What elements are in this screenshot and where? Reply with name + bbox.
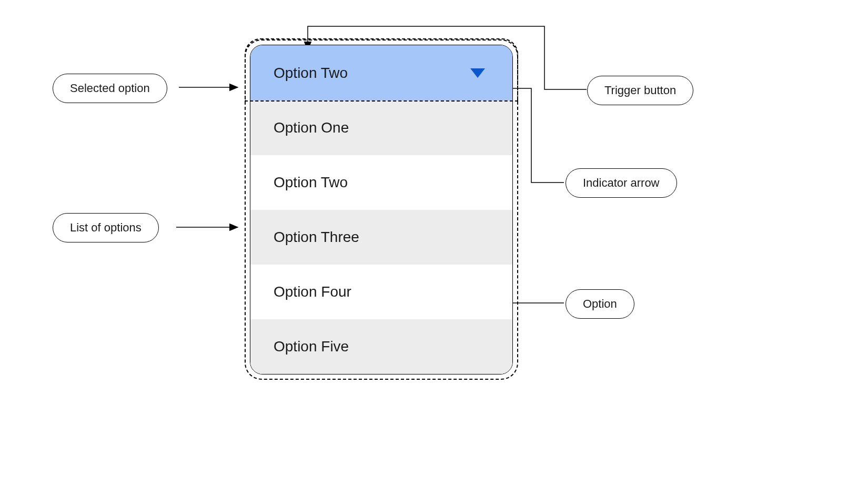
option-list: Option One Option Two Option Three Optio… [250, 100, 512, 374]
list-item[interactable]: Option One [250, 100, 512, 155]
annotation-option: Option [566, 289, 634, 319]
annotation-indicator-arrow: Indicator arrow [566, 168, 677, 198]
list-item[interactable]: Option Four [250, 265, 512, 319]
trigger-button[interactable]: Option Two [250, 45, 512, 100]
dropdown-box: Option Two Option One Option Two Option … [250, 45, 513, 374]
list-item[interactable]: Option Three [250, 210, 512, 265]
annotation-trigger-button: Trigger button [587, 76, 693, 105]
annotation-selected-option: Selected option [53, 74, 167, 103]
selected-option-text: Option Two [274, 65, 348, 82]
chevron-down-icon [470, 68, 485, 78]
annotation-list-of-options: List of options [53, 213, 159, 242]
list-item[interactable]: Option Five [250, 319, 512, 374]
list-item[interactable]: Option Two [250, 155, 512, 210]
dropdown-diagram: Option Two Option One Option Two Option … [250, 45, 513, 374]
